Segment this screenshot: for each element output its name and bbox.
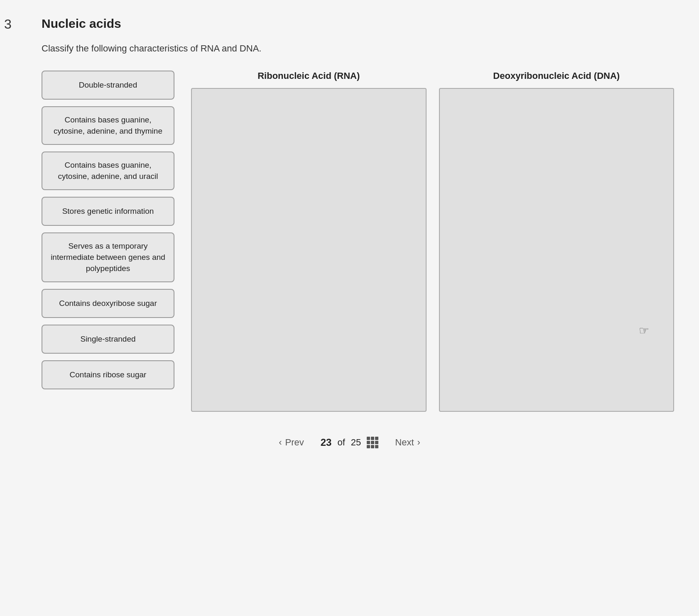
next-arrow-icon: ›: [417, 437, 420, 448]
footer: ‹ Prev 23 of 25 Next ›: [25, 437, 674, 461]
page-number-left: 3: [4, 17, 12, 32]
drop-zone-dna[interactable]: [439, 88, 674, 412]
drop-zones-area: Ribonucleic Acid (RNA)Deoxyribonucleic A…: [191, 71, 674, 412]
of-label: of: [337, 437, 345, 448]
source-item-item-7[interactable]: Single-stranded: [42, 325, 174, 354]
drop-zone-rna[interactable]: [191, 88, 427, 412]
grid-icon[interactable]: [367, 437, 378, 448]
page-info: 23 of 25: [321, 437, 379, 448]
drop-zone-header-rna: Ribonucleic Acid (RNA): [258, 71, 360, 81]
source-item-item-1[interactable]: Double-stranded: [42, 71, 174, 100]
next-button[interactable]: Next ›: [395, 437, 420, 448]
drop-zone-header-dna: Deoxyribonucleic Acid (DNA): [493, 71, 620, 81]
source-items-list: Double-strandedContains bases guanine, c…: [42, 71, 174, 389]
question-text: Classify the following characteristics o…: [42, 43, 674, 54]
next-label: Next: [395, 437, 414, 448]
drop-zone-container-rna: Ribonucleic Acid (RNA): [191, 71, 427, 412]
cursor-indicator: ☞: [639, 324, 649, 337]
current-page: 23: [321, 437, 332, 448]
prev-label: Prev: [285, 437, 304, 448]
prev-button[interactable]: ‹ Prev: [279, 437, 304, 448]
main-content: Double-strandedContains bases guanine, c…: [42, 71, 674, 412]
source-item-item-2[interactable]: Contains bases guanine, cytosine, adenin…: [42, 106, 174, 145]
drop-zone-container-dna: Deoxyribonucleic Acid (DNA): [439, 71, 674, 412]
page-container: 3 Nucleic acids Classify the following c…: [0, 0, 699, 616]
source-item-item-3[interactable]: Contains bases guanine, cytosine, adenin…: [42, 152, 174, 190]
page-title: Nucleic acids: [42, 17, 674, 31]
total-pages: 25: [351, 437, 361, 448]
source-item-item-6[interactable]: Contains deoxyribose sugar: [42, 289, 174, 318]
prev-arrow-icon: ‹: [279, 437, 282, 448]
source-item-item-8[interactable]: Contains ribose sugar: [42, 360, 174, 389]
source-item-item-5[interactable]: Serves as a temporary intermediate betwe…: [42, 232, 174, 282]
source-item-item-4[interactable]: Stores genetic information: [42, 197, 174, 226]
